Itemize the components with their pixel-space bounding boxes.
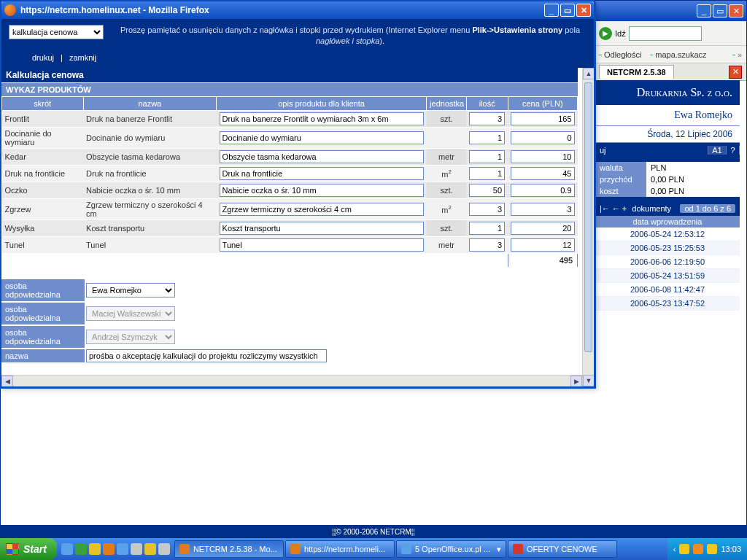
- product-table: skrót nazwa opis produktu dla klienta je…: [1, 96, 578, 268]
- opis-input[interactable]: [220, 112, 424, 125]
- crm-cell-uj[interactable]: uj: [595, 146, 611, 155]
- ilosc-input[interactable]: [469, 222, 505, 235]
- ilosc-input[interactable]: [469, 238, 505, 252]
- ff-close-button[interactable]: ✕: [576, 4, 591, 17]
- section-title: Kalkulacja cenowa: [1, 68, 578, 83]
- docs-row[interactable]: 2006-05-23 13:47:52: [595, 297, 740, 311]
- crm-help-button[interactable]: ?: [727, 146, 740, 155]
- horizontal-scrollbar[interactable]: ◀ ▶: [1, 375, 582, 386]
- scroll-thumb[interactable]: [584, 82, 592, 352]
- cena-input[interactable]: [511, 238, 574, 252]
- ie-bookmarks-overflow[interactable]: »: [732, 50, 742, 59]
- opis-input[interactable]: [220, 184, 424, 197]
- close-link[interactable]: zamknij: [65, 53, 101, 62]
- ie-search-input[interactable]: [629, 26, 702, 41]
- kv-key: koszt: [595, 185, 646, 197]
- tray-icon[interactable]: [707, 544, 717, 554]
- ie-go-button[interactable]: ▶: [599, 27, 612, 40]
- kv-val: PLN: [646, 162, 740, 174]
- ql-icon[interactable]: [131, 543, 142, 555]
- taskbar-button[interactable]: NETCRM 2.5.38 - Mo...: [174, 540, 284, 558]
- opis-input[interactable]: [220, 203, 424, 216]
- ql-icon[interactable]: [117, 543, 128, 555]
- kv-key: waluta: [595, 162, 646, 174]
- ie-tab-close-button[interactable]: ✕: [729, 66, 742, 79]
- kv-val: 0,00 PLN: [646, 174, 740, 185]
- cell-ilosc: [466, 219, 508, 236]
- cena-input[interactable]: [511, 203, 574, 216]
- ie-bookmark[interactable]: Odległości: [599, 50, 641, 59]
- opis-input[interactable]: [220, 167, 424, 180]
- ff-minimize-button[interactable]: _: [544, 4, 559, 17]
- tray-expand-icon[interactable]: ‹: [673, 545, 676, 553]
- page-footer: ¦¦ © 2000-2006 NETCRM ¦¦: [0, 525, 747, 538]
- docs-row[interactable]: 2006-05-24 13:51:59: [595, 269, 740, 283]
- opis-input[interactable]: [220, 150, 424, 163]
- print-link[interactable]: drukuj: [28, 53, 58, 62]
- cena-input[interactable]: [511, 222, 574, 235]
- table-row: TunelTunelmetr: [2, 236, 578, 253]
- vertical-scrollbar[interactable]: ▲ ▼: [582, 68, 594, 386]
- cell-opis: [217, 165, 427, 182]
- ilosc-input[interactable]: [469, 112, 505, 125]
- scroll-up-icon[interactable]: ▲: [583, 68, 594, 79]
- cell-jednostka: [427, 127, 467, 148]
- cena-input[interactable]: [511, 150, 574, 163]
- cell-jednostka: metr: [427, 148, 467, 165]
- taskbar-button[interactable]: 5 OpenOffice.ux.pl ... ▾: [396, 540, 506, 558]
- ql-icon[interactable]: [144, 543, 156, 555]
- name-input[interactable]: [86, 349, 327, 362]
- ql-icon[interactable]: [75, 543, 87, 555]
- tray-icon[interactable]: [693, 544, 703, 554]
- ie-close-button[interactable]: ✕: [729, 4, 743, 18]
- scroll-down-icon[interactable]: ▼: [583, 375, 594, 386]
- opis-input[interactable]: [220, 222, 424, 235]
- docs-add-icon[interactable]: +: [622, 204, 627, 213]
- ql-icon[interactable]: [158, 543, 170, 555]
- scroll-left-icon[interactable]: ◀: [1, 376, 13, 386]
- cell-jednostka: szt.: [427, 182, 467, 198]
- cena-input[interactable]: [511, 131, 574, 144]
- crm-cell-a1[interactable]: A1: [708, 146, 727, 155]
- opis-input[interactable]: [220, 238, 424, 252]
- ql-ie-icon[interactable]: [61, 543, 73, 555]
- taskbar-app-icon: [513, 544, 523, 554]
- cell-cena: [508, 127, 577, 148]
- taskbar-button[interactable]: https://netcrm.homeli...: [285, 540, 395, 558]
- docs-range: od 1 do 6 z 6: [680, 204, 735, 213]
- cena-input[interactable]: [511, 184, 574, 197]
- docs-first-icon[interactable]: |←: [600, 204, 610, 213]
- opis-input[interactable]: [220, 131, 424, 144]
- table-row: OczkoNabicie oczka o śr. 10 mmszt.: [2, 182, 578, 198]
- docs-prev-icon[interactable]: ←: [612, 204, 620, 213]
- docs-row[interactable]: 2006-05-24 12:53:12: [595, 228, 740, 241]
- ql-firefox-icon[interactable]: [103, 543, 115, 555]
- ilosc-input[interactable]: [469, 203, 505, 216]
- ie-tab[interactable]: NETCRM 2.5.38: [599, 65, 674, 79]
- ilosc-input[interactable]: [469, 167, 505, 180]
- ff-view-selector[interactable]: kalkulacja cenowa: [9, 25, 104, 39]
- th-skrot: skrót: [2, 96, 84, 110]
- taskbar-button[interactable]: OFERTY CENOWE: [508, 540, 617, 558]
- ie-maximize-button[interactable]: ▭: [713, 4, 727, 18]
- ilosc-input[interactable]: [469, 131, 505, 144]
- ff-maximize-button[interactable]: ▭: [560, 4, 575, 17]
- docs-row[interactable]: 2006-06-08 11:42:47: [595, 283, 740, 297]
- ie-minimize-button[interactable]: _: [697, 4, 711, 18]
- cena-input[interactable]: [511, 167, 574, 180]
- docs-row[interactable]: 2006-06-06 12:19:50: [595, 255, 740, 269]
- ilosc-input[interactable]: [469, 150, 505, 163]
- scroll-right-icon[interactable]: ▶: [570, 376, 582, 386]
- cell-nazwa: Tunel: [83, 236, 217, 253]
- ilosc-input[interactable]: [469, 184, 505, 197]
- docs-row[interactable]: 2006-05-23 15:25:53: [595, 241, 740, 255]
- ie-bookmark[interactable]: mapa.szukacz: [650, 50, 706, 59]
- tray-clock: 13:03: [721, 545, 741, 553]
- ql-icon[interactable]: [89, 543, 101, 555]
- start-button[interactable]: Start: [0, 538, 57, 560]
- tray-icon[interactable]: [679, 544, 689, 554]
- resp-select-2: Maciej Waliszewski: [86, 306, 175, 321]
- cell-nazwa: Koszt transportu: [83, 219, 217, 236]
- resp-select-1[interactable]: Ewa Romejko: [86, 283, 175, 298]
- cena-input[interactable]: [511, 112, 574, 125]
